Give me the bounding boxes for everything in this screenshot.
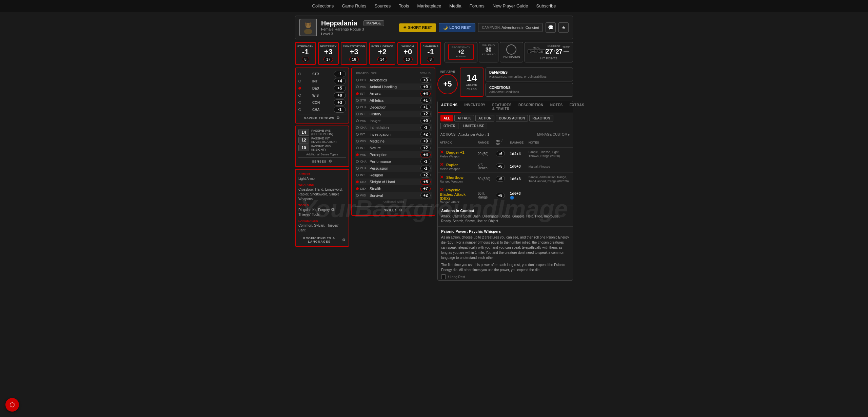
sense-number: 14 [298, 129, 309, 136]
ability-charisma[interactable]: CHARISMA -1 8 [420, 42, 441, 65]
attack-row[interactable]: ✕ Psychic Blades: Attack (DEX) Ranged At… [438, 185, 573, 206]
strength-mod: -1 [297, 48, 314, 56]
attack-row[interactable]: ✕ Rapier Melee Weapon 5 ft. Reach +5 1d8… [438, 160, 573, 173]
nav-media[interactable]: Media [446, 1, 465, 11]
long-rest-button[interactable]: 🌙 LONG REST [439, 23, 475, 32]
proficiencies-panel: ARMOR Light Armor WEAPONS Crossbow, Hand… [295, 169, 349, 247]
filter-button[interactable]: OTHER [440, 123, 458, 129]
svg-point-1 [304, 29, 312, 34]
attack-notes-text: Martial, Finesse [529, 165, 550, 168]
character-avatar[interactable] [299, 19, 317, 36]
nav-tools[interactable]: Tools [395, 1, 412, 11]
skill-bonus: +2 [420, 145, 431, 151]
skill-row: WIS Medicine +0 [355, 138, 432, 145]
skill-name: Survival [370, 193, 419, 197]
weapons-prof-heading: WEAPONS [298, 183, 346, 187]
attack-name-cell: ✕ Psychic Blades: Attack (DEX) Ranged At… [438, 185, 476, 206]
damage-button[interactable]: DAMAGE [528, 49, 546, 54]
save-dot [298, 101, 301, 104]
short-rest-button[interactable]: ☀ SHORT REST [399, 23, 436, 32]
nav-forums[interactable]: Forums [466, 1, 488, 11]
dexterity-mod: +3 [320, 48, 337, 56]
hp-box: HEAL DAMAGE CURRENT 27 / 27 [525, 42, 573, 62]
initiative-circle: +5 [437, 74, 458, 94]
skills-gear-icon[interactable]: ⚙ [399, 208, 403, 212]
skill-proficiency-dot [356, 181, 359, 183]
senses-title: SENSES [312, 160, 327, 163]
attack-icon: ✕ [440, 149, 444, 155]
nav-sources[interactable]: Sources [371, 1, 394, 11]
charisma-score: 8 [427, 57, 434, 62]
chat-icon-button[interactable]: 💬 [546, 22, 556, 33]
nav-subscribe[interactable]: Subscribe [533, 1, 559, 11]
actions-tab[interactable]: FEATURES & TRAITS [489, 101, 515, 113]
wisdom-score: 10 [403, 57, 412, 62]
ability-wisdom[interactable]: WISDOM +0 10 [397, 42, 418, 65]
filter-button[interactable]: ATTACK [454, 115, 474, 121]
defenses-box: DEFENSES Resistances, Immunities, or Vul… [486, 68, 573, 81]
skill-bonus: -1 [420, 166, 431, 171]
inspiration-box[interactable]: INSPIRATION [500, 42, 523, 62]
skill-proficiency-dot [356, 133, 359, 136]
manage-button[interactable]: MANAGE [363, 20, 384, 26]
skill-abbr: WIS [360, 119, 368, 122]
save-dot [298, 80, 301, 82]
attack-row[interactable]: ✕ Dagger +1 Melee Weapon 20 (60) +6 1d4+… [438, 148, 573, 160]
proficiency-stat: PROFICIENCY +2 BONUS [445, 42, 477, 62]
campaign-button[interactable]: CAMPAIGN: Adventures in Concieri [478, 23, 543, 32]
attack-name-cell: ✕ Dagger +1 Melee Weapon [438, 148, 476, 160]
nav-game-rules[interactable]: Game Rules [338, 1, 370, 11]
proficiencies-gear-icon[interactable]: ⚙ [342, 238, 346, 242]
skill-proficiency-dot [356, 126, 359, 129]
filter-button[interactable]: BONUS ACTION [496, 115, 528, 121]
ability-dexterity[interactable]: DEXTERITY +3 17 [318, 42, 339, 65]
feature1-rest-text: The first time you use this power after … [441, 262, 569, 272]
actions-tab[interactable]: EXTRAS [566, 101, 588, 113]
nav-collections[interactable]: Collections [309, 1, 337, 11]
actions-tab[interactable]: ACTIONS [438, 101, 461, 113]
initiative-label: INITIATIVE [440, 70, 455, 73]
attack-notes-cell: Martial, Finesse [527, 160, 573, 173]
filter-button[interactable]: ACTION [475, 115, 494, 121]
skill-bonus: +7 [420, 186, 431, 191]
attack-hit-cell: +5 [494, 173, 508, 185]
filter-button[interactable]: REACTION [529, 115, 553, 121]
save-row: STR -1 [298, 71, 346, 77]
manage-custom-link[interactable]: MANAGE CUSTOM ▸ [537, 133, 570, 136]
save-row: CHA -1 [298, 107, 346, 113]
actions-tab[interactable]: NOTES [547, 101, 566, 113]
ability-intelligence[interactable]: INTELLIGENCE +2 14 [369, 42, 395, 65]
skill-name: Medicine [370, 139, 419, 143]
hp-slash: / [554, 49, 555, 55]
long-rest-checkbox[interactable] [441, 274, 446, 279]
skill-abbr: INT [360, 173, 368, 177]
attack-hit-bonus: +6 [496, 151, 505, 156]
ability-constitution[interactable]: CONSTITUTION +3 16 [341, 42, 367, 65]
sense-row: 10 PASSIVE WIS (INSIGHT) [298, 145, 346, 151]
defenses-text: Resistances, Immunities, or Vulnerabilit… [489, 75, 569, 78]
skill-abbr: DEX [360, 78, 368, 82]
saving-throws-title: SAVING THROWS [304, 116, 334, 120]
attack-damage-value: 1d4+4 [510, 152, 521, 156]
attack-notes-text: Simple, Finesse, Light, Thrown, Range (2… [529, 150, 560, 158]
attack-damage-value: 1d8+3 [510, 164, 521, 168]
star-icon-button[interactable]: ★ [558, 22, 569, 33]
initiative-value: +5 [443, 80, 452, 89]
filter-button[interactable]: ALL [440, 115, 453, 121]
nav-new-player-guide[interactable]: New Player Guide [489, 1, 532, 11]
actions-tab[interactable]: DESCRIPTION [515, 101, 547, 113]
skill-name: Investigation [370, 132, 419, 136]
filter-button[interactable]: LIMITED USE [460, 123, 487, 129]
charisma-mod: -1 [422, 48, 439, 56]
actions-tab[interactable]: INVENTORY [461, 101, 489, 113]
character-header: Heppalania MANAGE Female Harengo Rogue 3… [295, 16, 573, 39]
filter-row: ALLATTACKACTIONBONUS ACTIONREACTIONOTHER… [438, 113, 573, 131]
saving-throws-gear-icon[interactable]: ⚙ [336, 116, 340, 120]
attack-row[interactable]: ✕ Shortbow Ranged Weapon 80 (320) +5 1d6… [438, 173, 573, 185]
senses-gear-icon[interactable]: ⚙ [329, 159, 332, 164]
skill-name: Religion [370, 173, 419, 177]
actions-content[interactable]: ATTACKRANGEHIT / DCDAMAGENOTES ✕ Dagger … [438, 138, 573, 280]
nav-marketplace[interactable]: Marketplace [414, 1, 445, 11]
ability-strength[interactable]: STRENGTH -1 8 [295, 42, 316, 65]
wisdom-mod: +0 [399, 48, 416, 56]
